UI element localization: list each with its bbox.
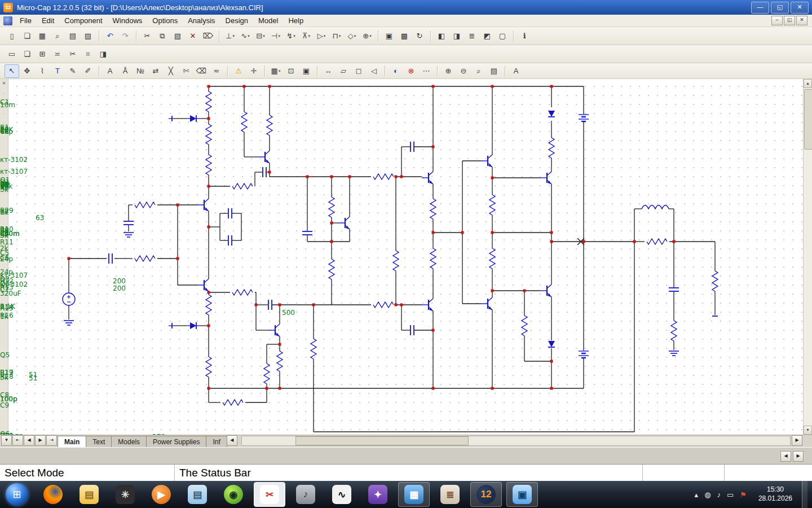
text-mode-button[interactable]: T (50, 64, 65, 78)
tile-vertical-button[interactable]: ◨ (449, 29, 464, 43)
taskbar-snipping-tool[interactable]: ✂ (254, 482, 285, 507)
menu-windows[interactable]: Windows (108, 15, 148, 26)
snap-to-grid-button[interactable]: ⌗ (81, 47, 95, 61)
warning-toggle-button[interactable]: ⚠ (231, 64, 246, 78)
new-sheet-button[interactable]: ❏ (20, 47, 34, 61)
tab-models[interactable]: Models (111, 436, 147, 447)
attribute-text-button[interactable]: A (103, 64, 117, 78)
taskbar-firefox[interactable] (37, 482, 69, 507)
taskbar-green-utility[interactable]: ◉ (218, 482, 249, 507)
wire-mode-button[interactable]: ⌇ (35, 64, 50, 78)
tray-action-center-icon[interactable]: ⚑ (740, 491, 747, 499)
grid-toggle-button[interactable]: ▦▾ (268, 64, 283, 78)
close-panel-icon[interactable]: ✕ (2, 81, 6, 86)
restore-button[interactable]: ◱ (771, 2, 789, 14)
new-file-button[interactable]: ▯ (5, 29, 19, 43)
taskbar-file-explorer[interactable]: ▤ (73, 482, 105, 507)
select-box-button[interactable]: ▭ (5, 47, 19, 61)
gate-component-button[interactable]: ⊼▾ (299, 29, 314, 43)
taskbar-winrar[interactable]: ≣ (434, 482, 466, 507)
image-tool-button[interactable]: ▤ (487, 64, 501, 78)
tab-scroll-left-button[interactable]: ◀ (227, 435, 237, 446)
diode-component-button[interactable]: ↯▾ (284, 29, 298, 43)
dock-right-button[interactable]: ◨ (96, 47, 111, 61)
erase-tool-button[interactable]: ⌫ (194, 64, 209, 78)
open-file-button[interactable]: ❏ (20, 29, 34, 43)
print-preview-button[interactable]: ▤ (65, 29, 80, 43)
polygon-tool-button[interactable]: ▱ (336, 64, 351, 78)
copy-button[interactable]: ⧉ (155, 29, 170, 43)
macro-component-button[interactable]: ⊕▾ (360, 29, 374, 43)
opamp-component-button[interactable]: ▷▾ (314, 29, 329, 43)
first-sheet-button[interactable]: ⇤ (12, 435, 23, 446)
child-minimize-button[interactable]: – (771, 16, 783, 25)
prev-sheet-button[interactable]: ◀ (24, 435, 34, 446)
taskbar-purple-media-app[interactable]: ✦ (362, 482, 394, 507)
rectangle-tool-button[interactable]: ◻ (351, 64, 366, 78)
cut-button[interactable]: ✂ (140, 29, 155, 43)
graphics-mode-button[interactable]: ✎ (65, 64, 80, 78)
search-file-button[interactable]: ⌕ (50, 29, 65, 43)
text-a-tool-button[interactable]: A (509, 64, 523, 78)
pulse-source-button[interactable]: ⊓▾ (329, 29, 344, 43)
undo-button[interactable]: ↶ (103, 29, 117, 43)
last-sheet-button[interactable]: ⇥ (46, 435, 57, 446)
pan-mode-button[interactable]: ✥ (20, 64, 34, 78)
schematic-canvas[interactable] (8, 79, 803, 435)
attribute-text-2-button[interactable]: Å (118, 64, 133, 78)
save-file-button[interactable]: ▦ (35, 29, 50, 43)
ground-component-button[interactable]: ⊥▾ (223, 29, 237, 43)
menu-analysis[interactable]: Analysis (183, 15, 220, 26)
close-button[interactable]: ✕ (791, 2, 809, 14)
menu-file[interactable]: File (15, 15, 37, 26)
scroll-down-icon[interactable]: ▼ (804, 426, 812, 435)
color-select-button[interactable]: ▣ (382, 29, 396, 43)
tile-horizontal-button[interactable]: ◧ (434, 29, 449, 43)
vertical-scroll-thumb[interactable] (804, 89, 812, 150)
disable-part-button[interactable]: ⊗ (404, 64, 418, 78)
taskbar-audio-tool[interactable]: ♪ (290, 482, 321, 507)
taskbar-clock[interactable]: 15:30 28.01.2026 (758, 485, 792, 503)
align-tools-button[interactable]: ≍ (50, 47, 65, 61)
redo-button[interactable]: ↷ (118, 29, 133, 43)
title-block-toggle-button[interactable]: ▣ (299, 64, 314, 78)
crosshair-toggle-button[interactable]: ✛ (246, 64, 261, 78)
left-toolbar[interactable]: ✕ · · · · (0, 79, 8, 435)
flow-arrows-button[interactable]: ⇄ (148, 64, 163, 78)
capacitor-component-button[interactable]: ⊣▾ (268, 29, 283, 43)
cross-tool-button[interactable]: ╳ (164, 64, 178, 78)
tray-bluetooth-icon[interactable]: ◍ (704, 491, 710, 499)
delete-button[interactable]: ✕ (186, 29, 200, 43)
battery-component-button[interactable]: ⊟▾ (253, 29, 268, 43)
more-options-button[interactable]: ⋯ (419, 64, 434, 78)
dependent-source-button[interactable]: ◇▾ (345, 29, 359, 43)
show-desktop-button[interactable] (802, 481, 807, 508)
zoom-out-button[interactable]: ⊖ (456, 64, 471, 78)
clear-button[interactable]: ⌦ (201, 29, 215, 43)
tray-hidden-icons-icon[interactable]: ▴ (695, 491, 699, 499)
component-info-button[interactable]: ℹ (517, 29, 532, 43)
vertical-scrollbar[interactable]: ▲ ▼ (803, 79, 812, 435)
taskbar-micro-cap[interactable]: 12 (470, 482, 502, 507)
zoom-in-button[interactable]: ⊕ (441, 64, 456, 78)
taskbar-notes-app[interactable]: ▤ (182, 482, 213, 507)
start-button[interactable]: ⊞ (6, 483, 28, 506)
cascade-windows-button[interactable]: ≣ (465, 29, 479, 43)
tray-network-icon[interactable]: ▭ (727, 491, 734, 499)
taskbar-media-player[interactable]: ▶ (145, 482, 177, 507)
split-window-button[interactable]: ◩ (480, 29, 495, 43)
strip-scroll-right-icon[interactable]: ▶ (793, 451, 804, 462)
tab-power-supplies[interactable]: Power Supplies (146, 436, 206, 447)
menu-model[interactable]: Model (253, 15, 283, 26)
child-restore-button[interactable]: ◱ (784, 16, 795, 25)
scroll-up-icon[interactable]: ▲ (804, 79, 812, 88)
taskbar-oscilloscope-app[interactable]: ∿ (326, 482, 358, 507)
node-numbers-button[interactable]: № (133, 64, 148, 78)
trim-tool-button[interactable]: ✂ (65, 47, 80, 61)
taskbar-movie-maker[interactable]: ▦ (398, 482, 430, 507)
tab-inf[interactable]: Inf (206, 436, 227, 447)
split-tool-button[interactable]: ✄ (179, 64, 193, 78)
horizontal-scroll-thumb[interactable] (295, 436, 469, 445)
taskbar-photo-viewer[interactable]: ▣ (506, 482, 538, 507)
maximize-schematic-button[interactable]: ▢ (495, 29, 510, 43)
